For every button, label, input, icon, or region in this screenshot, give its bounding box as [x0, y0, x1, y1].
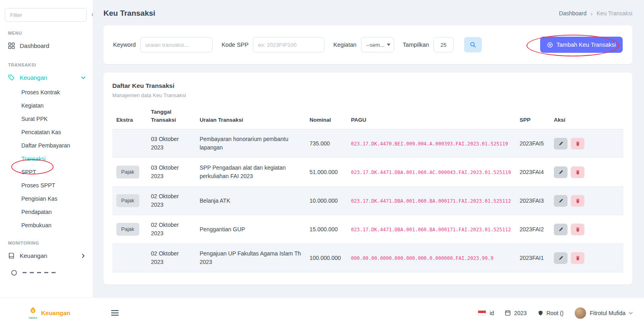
year-label: 2023 — [514, 310, 526, 316]
shield-icon — [538, 310, 543, 316]
keyword-input[interactable] — [140, 37, 213, 52]
sidebar-item-surat-ppk[interactable]: Surat PPK — [0, 112, 93, 125]
delete-button[interactable] — [571, 252, 584, 264]
pagu-cell: 000.00.00.0000.000.000.000.0.000000.FAI.… — [347, 244, 516, 272]
sidebar-filter-row — [0, 8, 93, 22]
aksi-cell — [550, 187, 623, 215]
sidebar-item-pendapatan[interactable]: Pendapatan — [0, 205, 93, 218]
breadcrumb: Dashboard › Keu Transaksi — [559, 10, 632, 17]
aksi-cell — [550, 244, 623, 272]
sidebar-item-monitoring-keuangan[interactable]: Keuangan — [0, 248, 93, 264]
ekstra-cell — [112, 129, 147, 158]
col-tanggal-transaksi: Tanggal Transaksi — [147, 105, 196, 129]
sidebar-item-pencatatan-kas[interactable]: Pencatatan Kas — [0, 125, 93, 139]
spp-cell: 2023FAI2 — [516, 215, 550, 244]
sidebar: MENU Dashboard TRANSAKSI Keuangan Proses… — [0, 0, 93, 297]
pagu-cell: 023.17.DK.4471.DBA.001.060.BA.000171.FAI… — [347, 215, 516, 244]
edit-button[interactable] — [554, 195, 568, 207]
uraian-cell: Penggantian GUP — [196, 215, 305, 244]
caret-down-icon — [387, 44, 390, 46]
tampilkan-input[interactable] — [433, 37, 454, 52]
breadcrumb-separator-icon: › — [590, 10, 592, 17]
sidebar-item-label: Keuangan — [20, 252, 76, 259]
year-selector[interactable]: 2023 — [505, 310, 526, 316]
search-button[interactable] — [464, 37, 482, 52]
sidebar-item-kegiatan[interactable]: Kegiatan — [0, 99, 93, 112]
kode-spp-filter-group: Kode SPP — [221, 37, 324, 52]
language-label: id — [489, 310, 494, 316]
ekstra-cell: Pajak — [112, 187, 147, 215]
sidebar-item-dashboard[interactable]: Dashboard — [0, 38, 93, 54]
table-header: Ekstra Tanggal Transaksi Uraian Transaks… — [112, 105, 623, 129]
tanggal-cell: 02 Oktober 2023 — [147, 215, 196, 244]
sidebar-submenu: Proses KontrakKegiatanSurat PPKPencatata… — [0, 85, 93, 232]
book-icon — [8, 252, 15, 259]
menu-section-label: MENU — [8, 31, 93, 35]
edit-button[interactable] — [554, 224, 568, 235]
footer-right: id 2023 Root () Fitrotul Mufida — [478, 307, 633, 319]
add-keu-transaksi-button[interactable]: Tambah Keu Transaksi — [540, 37, 623, 53]
spp-cell: 2023FAI3 — [516, 187, 550, 215]
kegiatan-selected-value: --sem... — [366, 42, 385, 48]
tanggal-cell: 03 Oktober 2023 — [147, 129, 196, 158]
table-subtitle: Manajemen data Keu Transaksi — [112, 92, 623, 98]
filter-card: Keyword Kode SPP Kegiatan --sem... Tampi… — [103, 25, 632, 64]
pencil-icon — [558, 255, 564, 261]
clipped-label — [23, 272, 58, 273]
sidebar-item-proses-kontrak[interactable]: Proses Kontrak — [0, 85, 93, 99]
search-icon — [470, 42, 476, 48]
sidebar-item-keuangan[interactable]: Keuangan — [0, 70, 93, 85]
tag-icon — [8, 74, 15, 81]
role-indicator[interactable]: Root () — [538, 310, 564, 316]
nominal-cell: 10.000.000 — [305, 187, 347, 215]
delete-button[interactable] — [571, 166, 584, 178]
uraian-cell: SPP Pengadaan alat dan kegiatan perkulia… — [196, 158, 305, 187]
delete-button[interactable] — [571, 195, 584, 207]
pajak-badge: Pajak — [116, 223, 139, 236]
nominal-cell: 100.000.000 — [305, 244, 347, 272]
sidebar-item-proses-sppt[interactable]: Proses SPPT — [0, 179, 93, 192]
sidebar-item-daftar-pembayaran[interactable]: Daftar Pembayaran — [0, 139, 93, 152]
edit-button[interactable] — [554, 252, 568, 264]
user-name: Fitrotul Mufida — [590, 310, 625, 316]
breadcrumb-dashboard-link[interactable]: Dashboard — [559, 10, 587, 17]
chevron-right-icon — [81, 253, 86, 258]
pajak-badge: Pajak — [116, 166, 139, 179]
col-nominal: Nominal — [305, 105, 347, 129]
keyword-label: Keyword — [113, 42, 136, 48]
edit-button[interactable] — [554, 138, 568, 149]
brand-sub-label: UNIDA — [29, 317, 37, 319]
sidebar-item-sppt[interactable]: SPPT — [0, 165, 93, 179]
pencil-icon — [558, 227, 564, 232]
trash-icon — [575, 170, 580, 175]
table-row: Pajak02 Oktober 2023Belanja ATK10.000.00… — [112, 187, 623, 215]
sidebar-toggle-button[interactable] — [111, 309, 119, 316]
edit-button[interactable] — [554, 166, 568, 178]
delete-button[interactable] — [571, 138, 584, 149]
user-menu[interactable]: Fitrotul Mufida — [574, 307, 633, 319]
dashboard-icon — [8, 42, 15, 49]
tanggal-cell: 02 Oktober 2023 — [147, 244, 196, 272]
col-aksi: Aksi — [550, 105, 623, 129]
tampilkan-label: Tampilkan — [403, 42, 429, 48]
aksi-cell — [550, 158, 623, 187]
aksi-cell — [550, 215, 623, 244]
sidebar-item-pengisian-kas[interactable]: Pengisian Kas — [0, 192, 93, 205]
transaksi-section-label: TRANSAKSI — [8, 62, 93, 67]
sidebar-item-pembukuan[interactable]: Pembukuan — [0, 218, 93, 232]
pajak-badge: Pajak — [116, 194, 139, 207]
sidebar-item-transaksi[interactable]: Transaksi — [0, 152, 93, 165]
kegiatan-select[interactable]: --sem... — [361, 37, 394, 52]
sidebar-filter-input[interactable] — [5, 8, 87, 22]
col-spp: SPP — [516, 105, 550, 129]
kode-spp-input[interactable] — [253, 37, 324, 52]
spp-cell: 2023FAI5 — [516, 129, 550, 158]
language-selector[interactable]: id — [478, 310, 494, 316]
kegiatan-filter-group: Kegiatan --sem... — [333, 37, 394, 52]
kode-spp-label: Kode SPP — [221, 42, 248, 48]
col-pagu: PAGU — [347, 105, 516, 129]
table-row: Pajak02 Oktober 2023Penggantian GUP15.00… — [112, 215, 623, 244]
transactions-card: Daftar Keu Transaksi Manajemen data Keu … — [103, 73, 632, 284]
brand[interactable]: UNIDA Keuangan — [28, 307, 70, 319]
delete-button[interactable] — [571, 224, 584, 235]
